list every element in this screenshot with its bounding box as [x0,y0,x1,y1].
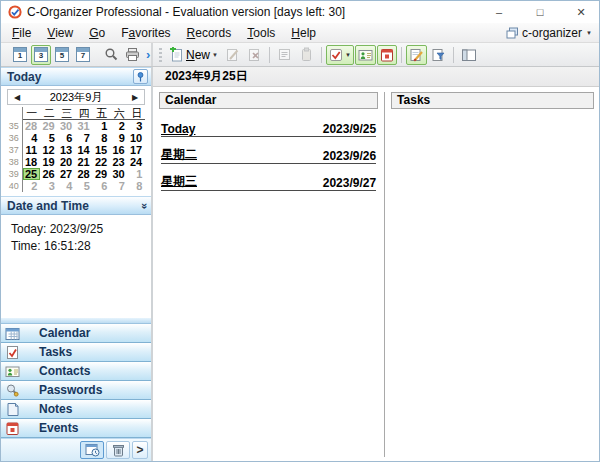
week-number: 39 [7,168,23,180]
tasks-icon [1,345,23,360]
calendar-day[interactable]: 6 [58,132,76,144]
prev-month-button[interactable]: ◀ [8,93,26,102]
calendar-clock-button[interactable] [80,441,104,459]
calendar-day[interactable]: 8 [93,132,111,144]
show-details-button[interactable] [274,45,295,65]
events-icon [1,421,23,436]
calendar-day-row[interactable]: Today 2023/9/25 [161,118,376,137]
calendar-day[interactable]: 16 [110,144,128,156]
calendar-day[interactable]: 4 [58,180,76,192]
next-month-button[interactable]: ▶ [126,93,144,102]
minimize-button[interactable]: – [481,1,517,23]
calendar-day[interactable]: 11 [23,144,41,156]
pin-button[interactable] [133,69,148,84]
calendar-day-row[interactable]: 星期二 2023/9/26 [161,145,376,164]
collapse-chevron-icon[interactable]: » [140,202,150,208]
calendar-day[interactable]: 23 [110,156,128,168]
calendar-day[interactable]: 12 [40,144,58,156]
edit-record-button[interactable] [222,45,243,65]
calendar-day[interactable]: 24 [128,156,146,168]
calendar-day[interactable]: 1 [128,168,146,180]
calendar-day[interactable]: 2 [23,180,41,192]
calendar-day[interactable]: 22 [93,156,111,168]
show-contacts-toggle[interactable] [355,45,376,65]
tasks-panel-title: Tasks [391,92,594,109]
calendar-day[interactable]: 31 [75,120,93,132]
calendar-day[interactable]: 13 [58,144,76,156]
calendar-day[interactable]: 8 [128,180,146,192]
calendar-day[interactable]: 14 [75,144,93,156]
calendar-day[interactable]: 30 [58,120,76,132]
menu-favorites[interactable]: Favorites [113,24,178,42]
toolbar-grip[interactable] [159,48,162,62]
calendar-day[interactable]: 18 [23,156,41,168]
search-button[interactable] [101,45,121,65]
panel-splitter[interactable] [384,92,385,457]
menu-view[interactable]: View [39,24,81,42]
calendar-day[interactable]: 17 [128,144,146,156]
sidebar-item-calendar[interactable]: Calendar [1,324,151,343]
calendar-day[interactable]: 7 [75,132,93,144]
calendar-day[interactable]: 10 [128,132,146,144]
calendar-day[interactable]: 29 [93,168,111,180]
delete-record-icon [247,47,262,62]
calendar-clock-icon [85,443,100,457]
database-selector[interactable]: c-organizer ▼ [506,26,599,40]
calendar-day[interactable]: 30 [110,168,128,180]
calendar-day[interactable]: 1 [93,120,111,132]
show-events-icon [380,48,394,62]
print-button[interactable] [122,45,142,65]
calendar-day[interactable]: 27 [58,168,76,180]
calendar-day-row[interactable]: 星期三 2023/9/27 [161,172,376,191]
calendar-day[interactable]: 3 [40,180,58,192]
calendar-day[interactable]: 6 [93,180,111,192]
calendar-day[interactable]: 25 [23,168,41,180]
month-view-button[interactable]: 7 [73,45,93,65]
sidebar-item-passwords[interactable]: Passwords [1,381,151,400]
show-events-toggle[interactable] [377,45,397,65]
calendar-day[interactable]: 28 [75,168,93,180]
filter-button[interactable] [428,45,449,65]
menu-file[interactable]: File [4,24,39,42]
nav-splitter-grip[interactable] [1,317,151,324]
menu-go[interactable]: Go [81,24,113,42]
calendar-day[interactable]: 28 [23,120,41,132]
sidebar-item-tasks[interactable]: Tasks [1,343,151,362]
calendar-day[interactable]: 19 [40,156,58,168]
maximize-button[interactable]: □ [522,1,558,23]
calendar-day[interactable]: 29 [40,120,58,132]
sidebar-expand-button[interactable]: > [132,441,148,459]
calendar-day[interactable]: 2 [110,120,128,132]
calendar-day[interactable]: 26 [40,168,58,180]
menu-tools[interactable]: Tools [239,24,283,42]
calendar-day[interactable]: 5 [75,180,93,192]
notes-icon [1,402,23,417]
calendar-day[interactable]: 7 [110,180,128,192]
calendar-day[interactable]: 9 [110,132,128,144]
paste-button[interactable] [296,45,317,65]
sidebar-item-events[interactable]: Events [1,419,151,438]
sidebar-item-notes[interactable]: Notes [1,400,151,419]
menu-help[interactable]: Help [283,24,324,42]
edit-mode-toggle[interactable] [406,45,427,65]
calendar-day[interactable]: 5 [40,132,58,144]
menu-records[interactable]: Records [179,24,240,42]
delete-record-button[interactable] [244,45,265,65]
sidebar-item-contacts[interactable]: Contacts [1,362,151,381]
sidebar: Today ◀ 2023年9月 ▶ 一二三四五六日352829303112336… [1,67,153,461]
new-record-button[interactable]: New ▼ [166,45,221,65]
panels-button[interactable] [458,45,480,65]
week-view-icon: 5 [55,47,69,62]
calendar-day[interactable]: 15 [93,144,111,156]
week-view-button[interactable]: 5 [52,45,72,65]
close-button[interactable]: ✕ [563,1,599,23]
calendar-day[interactable]: 3 [128,120,146,132]
recycle-bin-button[interactable] [106,441,130,459]
calendar-day[interactable]: 4 [23,132,41,144]
show-tasks-toggle[interactable]: ▼ [326,45,354,65]
calendar-day[interactable]: 20 [58,156,76,168]
toolbar-overflow-button[interactable]: › [143,47,153,62]
work-week-view-button[interactable]: 3 [31,45,51,65]
calendar-day[interactable]: 21 [75,156,93,168]
day-view-button[interactable]: 1 [10,45,30,65]
